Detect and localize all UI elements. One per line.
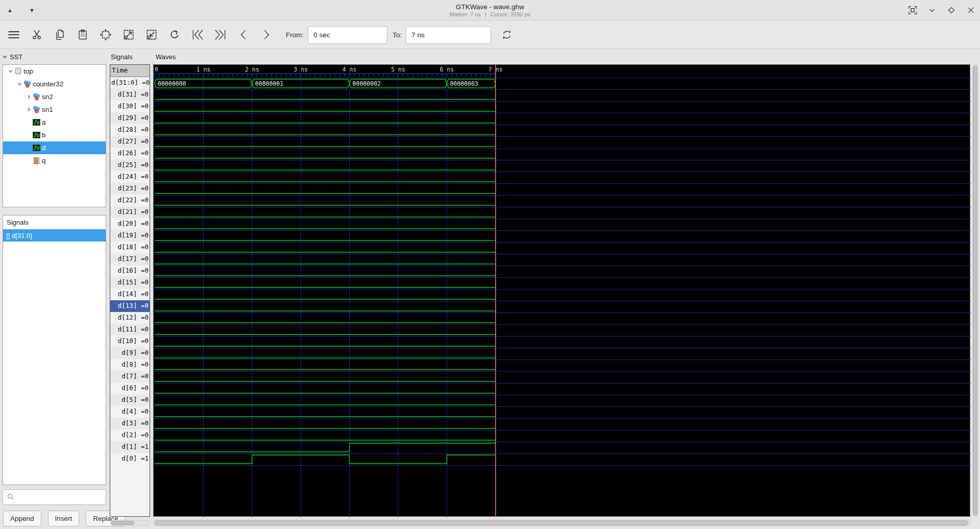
signals-list: [] d[31:0]	[3, 229, 106, 242]
tree-item-b[interactable]: b	[3, 129, 106, 141]
tree-item-d[interactable]: d	[3, 141, 106, 154]
append-button[interactable]: Append	[3, 511, 41, 526]
signal-name-row-d[31:0][interactable]: d[31:0] =0	[110, 77, 150, 89]
go-to-start-icon[interactable]	[189, 26, 206, 43]
waves-vertical-scrollbar[interactable]	[972, 64, 978, 517]
signal-name-row-d[17][interactable]: d[17] =0	[110, 253, 150, 265]
minimize-icon[interactable]	[926, 4, 938, 16]
expander-closed-icon[interactable]	[24, 94, 33, 100]
zoom-out-icon[interactable]	[143, 26, 160, 43]
marker-text: Marker: 7 ns	[450, 11, 481, 18]
names-scrollbar[interactable]	[110, 520, 150, 526]
cut-icon[interactable]	[28, 26, 45, 43]
sst-expander-icon	[2, 54, 8, 60]
signal-name-row-d[30][interactable]: d[30] =0	[110, 101, 150, 112]
tree-item-sn1[interactable]: sn1	[3, 103, 106, 116]
maximize-icon[interactable]	[945, 4, 958, 16]
collapse-down-icon[interactable]: ▼	[26, 5, 38, 15]
expander-open-icon[interactable]	[15, 81, 23, 87]
signal-buttons: AppendInsertReplace	[3, 511, 108, 526]
signal-name-row-d[21][interactable]: d[21] =0	[110, 206, 150, 218]
copy-icon[interactable]	[51, 26, 68, 43]
to-label: To:	[393, 31, 402, 39]
signal-icon	[33, 118, 42, 126]
wave-canvas[interactable]: 01 ns2 ns3 ns4 ns5 ns6 ns7 ns00000000000…	[153, 64, 970, 517]
signals-list-item[interactable]: [] d[31:0]	[3, 229, 106, 242]
signal-name-row-d[2][interactable]: d[2] =0	[110, 429, 150, 441]
port-icon	[33, 157, 42, 164]
shift-left-icon[interactable]	[235, 26, 252, 43]
reload-icon[interactable]	[498, 26, 516, 43]
signal-name-row-d[23][interactable]: d[23] =0	[110, 183, 150, 195]
signal-name-row-d[0][interactable]: d[0] =1	[110, 453, 150, 465]
paste-icon[interactable]	[74, 26, 91, 43]
signal-name-row-d[27][interactable]: d[27] =0	[110, 136, 150, 148]
shift-right-icon[interactable]	[258, 26, 275, 43]
signal-name-row-d[14][interactable]: d[14] =0	[110, 288, 150, 300]
signal-name-row-d[3][interactable]: d[3] =0	[110, 418, 150, 429]
cursor-text: Cursor: 3990 ps	[491, 11, 530, 18]
names-scrollbar-thumb[interactable]	[111, 521, 134, 525]
svg-text:00000000: 00000000	[158, 80, 186, 87]
signal-name-row-d[9][interactable]: d[9] =0	[110, 347, 150, 359]
signal-name-row-d[8][interactable]: d[8] =0	[110, 359, 150, 371]
sst-frame-label[interactable]: SST	[2, 53, 22, 61]
signal-name-row-d[18][interactable]: d[18] =0	[110, 242, 150, 253]
tree-item-sn2[interactable]: sn2	[3, 90, 106, 103]
menu-icon[interactable]	[5, 26, 22, 43]
tree-item-a[interactable]: a	[3, 116, 106, 129]
zoom-in-icon[interactable]	[120, 26, 137, 43]
signal-names-panel: Time d[31:0] =0d[31] =0d[30] =0d[29] =0d…	[110, 64, 150, 517]
signal-name-row-d[6][interactable]: d[6] =0	[110, 382, 150, 394]
signal-name-row-d[28][interactable]: d[28] =0	[110, 124, 150, 136]
close-icon[interactable]	[965, 4, 977, 16]
signal-name-row-d[16][interactable]: d[16] =0	[110, 265, 150, 277]
signal-name-row-d[24][interactable]: d[24] =0	[110, 171, 150, 183]
waves-vertical-scrollbar-thumb[interactable]	[973, 65, 977, 516]
signals-panel-label: Signals	[3, 215, 106, 229]
signal-name-row-d[4][interactable]: d[4] =0	[110, 406, 150, 418]
expander-closed-icon[interactable]	[24, 107, 33, 112]
signal-name-row-d[7][interactable]: d[7] =0	[110, 371, 150, 382]
signal-name-row-d[25][interactable]: d[25] =0	[110, 159, 150, 171]
tree-item-label: sn1	[42, 106, 53, 113]
to-input[interactable]	[406, 26, 491, 44]
zoom-fit-icon[interactable]	[97, 26, 114, 43]
undo-icon[interactable]	[166, 26, 183, 43]
search-input[interactable]	[3, 489, 106, 505]
expander-open-icon[interactable]	[6, 68, 14, 74]
signal-name-row-d[1][interactable]: d[1] =1	[110, 441, 150, 453]
signal-icon	[33, 131, 42, 139]
cylinder-icon	[14, 67, 23, 75]
signal-name-row-d[29][interactable]: d[29] =0	[110, 112, 150, 124]
signal-name-row-d[22][interactable]: d[22] =0	[110, 195, 150, 206]
signal-name-row-d[19][interactable]: d[19] =0	[110, 230, 150, 242]
signal-name-rows: d[31:0] =0d[31] =0d[30] =0d[29] =0d[28] …	[110, 77, 150, 465]
svg-text:3 ns: 3 ns	[293, 66, 308, 73]
signal-name-row-d[31][interactable]: d[31] =0	[110, 89, 150, 101]
marker-status: Marker: 7 ns | Cursor: 3990 ps	[450, 11, 530, 18]
titlebar: ▲ ▼ GTKWave - wave.ghw Marker: 7 ns | Cu…	[0, 0, 980, 20]
tree-item-q[interactable]: q	[3, 154, 106, 167]
signal-name-row-d[5][interactable]: d[5] =0	[110, 394, 150, 406]
signal-name-row-d[11][interactable]: d[11] =0	[110, 324, 150, 335]
go-to-end-icon[interactable]	[212, 26, 229, 43]
svg-text:00000003: 00000003	[450, 80, 478, 87]
waves-horizontal-scrollbar[interactable]	[153, 519, 970, 526]
waves-horizontal-scrollbar-thumb[interactable]	[155, 520, 968, 525]
tree-item-label: d	[42, 144, 46, 152]
signal-name-row-d[10][interactable]: d[10] =0	[110, 335, 150, 347]
insert-button[interactable]: Insert	[48, 511, 80, 526]
collapse-up-icon[interactable]: ▲	[4, 5, 16, 15]
signal-name-row-d[20][interactable]: d[20] =0	[110, 218, 150, 230]
from-input[interactable]	[308, 26, 387, 44]
tree-item-label: a	[42, 118, 46, 126]
sst-tree: topcounter32sn2sn1abdq	[3, 64, 106, 207]
tree-item-counter32[interactable]: counter32	[3, 78, 106, 90]
signal-name-row-d[13][interactable]: d[13] =0	[110, 300, 150, 312]
fullscreen-icon[interactable]	[906, 4, 919, 16]
tree-item-top[interactable]: top	[3, 65, 106, 78]
signal-name-row-d[26][interactable]: d[26] =0	[110, 148, 150, 159]
signal-name-row-d[15][interactable]: d[15] =0	[110, 277, 150, 288]
signal-name-row-d[12][interactable]: d[12] =0	[110, 312, 150, 324]
